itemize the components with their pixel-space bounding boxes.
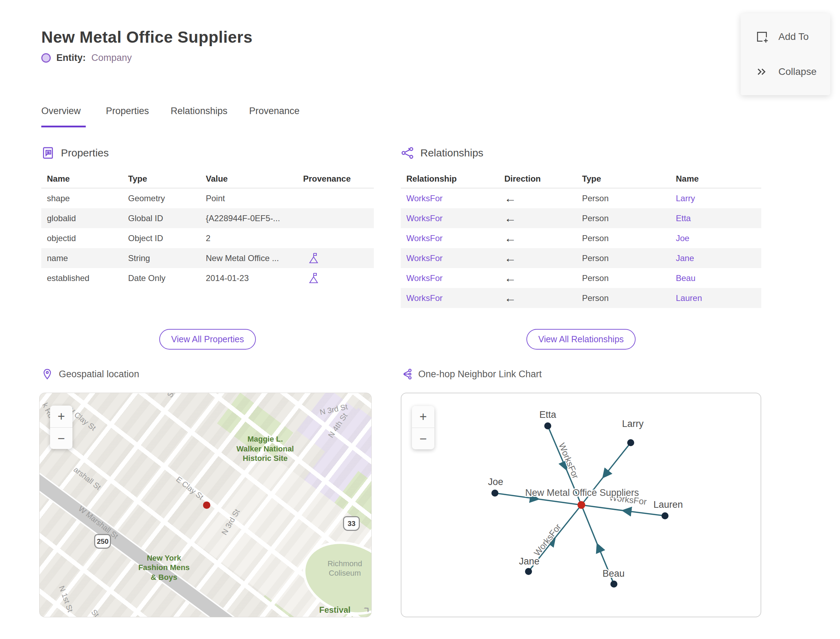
provenance-flag-icon[interactable] <box>308 272 319 284</box>
entity-link[interactable]: Jane <box>670 253 761 263</box>
entity-type-icon <box>41 53 51 63</box>
relationship-link[interactable]: WorksFor <box>401 273 499 283</box>
node-label: Beau <box>602 568 624 579</box>
table-row: shape Geometry Point <box>41 188 374 208</box>
page-title: New Metal Office Suppliers <box>41 28 252 46</box>
direction-arrow: ← <box>499 191 576 205</box>
relationships-icon <box>401 146 414 160</box>
properties-table-header: Name Type Value Provenance <box>41 169 374 188</box>
linkchart-header: One-hop Neighbor Link Chart <box>401 368 542 380</box>
node-label: Etta <box>539 409 557 420</box>
center-node-label: New Metal Office Suppliers <box>525 488 639 498</box>
add-to-button[interactable]: Add To <box>741 22 830 51</box>
add-to-icon <box>755 30 768 43</box>
map-zoom-out-button[interactable]: − <box>50 427 72 449</box>
chevrons-right-icon <box>755 65 768 78</box>
map-zoom-in-button[interactable]: + <box>50 405 72 427</box>
collapse-label: Collapse <box>778 66 816 77</box>
entity-location-marker[interactable] <box>203 501 210 509</box>
direction-arrow: ← <box>499 291 576 305</box>
collapse-button[interactable]: Collapse <box>741 57 830 86</box>
tab-overview[interactable]: Overview <box>41 103 86 127</box>
chart-zoom-control: + − <box>412 406 434 449</box>
node-center-entity[interactable] <box>578 501 585 509</box>
one-hop-link-chart[interactable]: WorksFor WorksFor WorksFor Etta Larry Jo… <box>401 393 761 617</box>
table-row: established Date Only 2014-01-23 <box>41 268 374 288</box>
link-chart-canvas: WorksFor WorksFor WorksFor Etta Larry Jo… <box>401 393 760 617</box>
entity-row: Entity: Company <box>41 52 132 64</box>
direction-arrow: ← <box>499 231 576 245</box>
view-all-relationships-button[interactable]: View All Relationships <box>527 329 636 350</box>
entity-link[interactable]: Lauren <box>670 293 761 303</box>
chart-zoom-out-button[interactable]: − <box>412 428 434 449</box>
route-shield-250: 250 <box>94 534 111 549</box>
relationships-section-title: Relationships <box>420 147 484 159</box>
relationship-link[interactable]: WorksFor <box>401 234 499 243</box>
node-joe[interactable] <box>492 490 498 497</box>
tab-relationships[interactable]: Relationships <box>171 103 229 127</box>
properties-table: Name Type Value Provenance shape Geometr… <box>41 169 374 288</box>
relationships-section: Relationships Relationship Direction Typ… <box>401 144 761 372</box>
table-row: WorksFor ← Person Etta <box>401 208 761 228</box>
entity-link[interactable]: Larry <box>670 194 761 203</box>
entity-label: Entity: <box>56 52 86 64</box>
node-larry[interactable] <box>627 439 634 446</box>
direction-arrow: ← <box>499 271 576 285</box>
direction-arrow: ← <box>499 251 576 265</box>
map-label-poi: New York Fashion Mens & Boys <box>138 553 190 582</box>
node-beau[interactable] <box>610 580 617 588</box>
properties-section: Properties Name Type Value Provenance sh… <box>41 144 374 372</box>
table-row: WorksFor ← Person Joe <box>401 228 761 248</box>
node-label: Larry <box>622 418 644 429</box>
direction-arrow: ← <box>499 211 576 225</box>
relationships-table: Relationship Direction Type Name WorksFo… <box>401 169 761 308</box>
table-row: WorksFor ← Person Jane <box>401 248 761 268</box>
entity-type-value: Company <box>91 52 132 64</box>
entity-link[interactable]: Joe <box>670 234 761 243</box>
add-to-label: Add To <box>778 31 809 42</box>
properties-section-title: Properties <box>61 147 109 159</box>
linkchart-title: One-hop Neighbor Link Chart <box>418 369 542 380</box>
provenance-flag-icon[interactable] <box>308 252 319 264</box>
tab-provenance[interactable]: Provenance <box>249 103 301 127</box>
entity-link[interactable]: Etta <box>670 213 761 223</box>
edge-label: WorksFor <box>532 522 563 558</box>
node-jane[interactable] <box>525 568 532 575</box>
node-etta[interactable] <box>544 422 551 429</box>
relationship-link[interactable]: WorksFor <box>401 194 499 203</box>
route-shield-33: 33 <box>343 516 360 531</box>
geospatial-header: Geospatial location <box>41 368 139 380</box>
geospatial-title: Geospatial location <box>59 369 139 380</box>
node-label: Lauren <box>654 499 683 510</box>
entity-link[interactable]: Beau <box>670 273 761 283</box>
map-label-poi: Richmond Coliseum <box>328 559 362 578</box>
relationship-link[interactable]: WorksFor <box>401 253 499 263</box>
relationship-link[interactable]: WorksFor <box>401 293 499 303</box>
node-label: Joe <box>488 477 503 487</box>
table-row: globalid Global ID {A228944F-0EF5-... <box>41 208 374 228</box>
table-row: name String New Metal Office ... <box>41 248 374 268</box>
tab-bar: Overview Properties Relationships Proven… <box>41 103 301 127</box>
map-zoom-control: + − <box>50 405 72 449</box>
geospatial-map[interactable]: k Rd W Clay St Sa N 3rd St N 4th St Magg… <box>39 393 372 617</box>
table-row: objectid Object ID 2 <box>41 228 374 248</box>
floating-action-panel: Add To Collapse <box>741 13 830 95</box>
table-row: WorksFor ← Person Larry <box>401 188 761 208</box>
view-all-properties-button[interactable]: View All Properties <box>159 329 256 350</box>
node-label: Jane <box>519 556 540 567</box>
link-chart-icon <box>401 368 413 380</box>
table-row: WorksFor ← Person Lauren <box>401 288 761 308</box>
node-lauren[interactable] <box>662 512 668 519</box>
relationship-link[interactable]: WorksFor <box>401 213 499 223</box>
map-pin-icon <box>41 368 53 380</box>
table-row: WorksFor ← Person Beau <box>401 268 761 288</box>
map-label-poi: Maggie L. Walker National Historic Site <box>237 434 294 463</box>
tab-properties[interactable]: Properties <box>106 103 151 127</box>
properties-icon <box>41 146 55 160</box>
chart-zoom-in-button[interactable]: + <box>412 406 434 428</box>
map-label-poi: Festival Park <box>317 605 353 617</box>
relationships-table-header: Relationship Direction Type Name <box>401 169 761 188</box>
